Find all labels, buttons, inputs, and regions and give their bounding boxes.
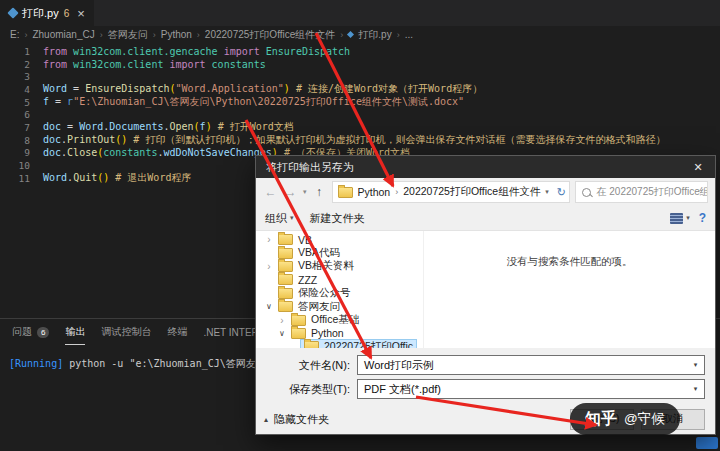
address-segment[interactable]: Python	[358, 186, 391, 198]
up-icon[interactable]: ↑	[312, 185, 327, 199]
tree-item-label: Python	[311, 327, 344, 339]
tree-item[interactable]: ∨Python	[256, 327, 423, 340]
tree-item[interactable]: VBA代码	[256, 246, 423, 259]
tree-item-label: 20220725打印Offic	[324, 340, 413, 348]
search-box[interactable]: 在 20220725打印Office组...	[575, 181, 708, 203]
view-mode-button[interactable]: ▾	[670, 213, 690, 224]
panel-tab-label: 终端	[167, 325, 187, 339]
breadcrumb-item[interactable]: 答网友问	[108, 28, 148, 42]
address-separator-icon: ›	[395, 187, 398, 197]
code-line[interactable]: 5f = r"E:\Zhuomian_CJ\答网友问\Python\202207…	[0, 96, 720, 109]
folder-icon	[304, 341, 319, 348]
code-line[interactable]: 3	[0, 70, 720, 83]
back-icon[interactable]: ←	[263, 185, 278, 199]
organize-menu[interactable]: 组织 ▾	[265, 211, 294, 226]
filename-input[interactable]: Word打印示例 ▾	[357, 355, 705, 375]
empty-message: 没有与搜索条件匹配的项。	[507, 255, 633, 269]
panel-tab-debug-console[interactable]: 调试控制台	[101, 319, 151, 345]
tab-close-icon[interactable]: ×	[77, 6, 85, 21]
running-prefix: [Running]	[9, 358, 63, 369]
code-line[interactable]: 6	[0, 108, 720, 121]
address-bar[interactable]: Python›20220725打印Office组件文件 ▾ ↻	[332, 181, 570, 203]
line-number[interactable]: 5	[0, 97, 43, 108]
breadcrumb-item[interactable]: 20220725打印Office组件文件	[205, 28, 335, 42]
line-number[interactable]: 11	[0, 173, 43, 184]
line-number[interactable]: 10	[0, 160, 43, 171]
tree-item[interactable]: 20220725打印Offic	[256, 340, 423, 348]
dialog-toolbar: 组织 ▾ 新建文件夹 ▾ ?	[256, 206, 715, 231]
help-icon[interactable]: ?	[699, 211, 706, 225]
address-segment[interactable]: 20220725打印Office组件文件	[403, 185, 540, 199]
breadcrumb-item[interactable]: Python	[161, 29, 192, 40]
recent-locations-icon[interactable]: ▾	[303, 188, 307, 196]
toolbar-right-group: ▾ ?	[670, 211, 706, 225]
statusbar-fragment[interactable]	[696, 437, 718, 449]
panel-tab-terminal[interactable]: 终端	[167, 319, 187, 345]
tree-item[interactable]: ∨答网友问	[256, 300, 423, 313]
code-line[interactable]: 2from win32com.client import constants	[0, 58, 720, 71]
breadcrumb-item[interactable]: ...	[405, 29, 413, 40]
expander-icon[interactable]: ∨	[264, 302, 274, 311]
chevron-up-icon: ▴	[264, 415, 268, 424]
line-number[interactable]: 1	[0, 46, 43, 57]
tree-item[interactable]: ›VB相关资料	[256, 260, 423, 273]
search-icon	[582, 188, 591, 197]
line-number[interactable]: 9	[0, 147, 43, 158]
line-number[interactable]: 6	[0, 109, 43, 120]
code-text: from win32com.client.gencache import Ens…	[43, 46, 350, 57]
breadcrumb[interactable]: E:›Zhuomian_CJ›答网友问›Python›20220725打印Off…	[0, 26, 720, 43]
watermark: 知乎 @守候	[570, 403, 680, 435]
folder-icon	[291, 315, 306, 326]
code-line[interactable]: 7doc = Word.Documents.Open(f) # 打开Word文档	[0, 121, 720, 134]
expander-icon[interactable]: ›	[264, 234, 274, 245]
expander-icon[interactable]: ∨	[277, 329, 287, 338]
breadcrumb-item[interactable]: E:	[10, 29, 19, 40]
line-number[interactable]: 3	[0, 71, 43, 82]
search-placeholder: 在 20220725打印Office组...	[597, 185, 708, 199]
refresh-icon[interactable]: ↻	[554, 186, 569, 199]
folder-tree: ›VBVBA代码›VB相关资料ZZZ保险公众号∨答网友问›Office基础∨Py…	[256, 231, 424, 348]
tree-item[interactable]: ›VB	[256, 233, 423, 246]
chevron-down-icon[interactable]: ▾	[687, 380, 704, 398]
code-line[interactable]: 1from win32com.client.gencache import En…	[0, 45, 720, 58]
breadcrumb-item[interactable]: Zhuomian_CJ	[32, 29, 94, 40]
folder-icon	[278, 274, 293, 285]
code-line[interactable]: 8doc.PrintOut() # 打印（到默认打印机）；如果默认打印机为虚拟打…	[0, 134, 720, 147]
line-number[interactable]: 8	[0, 135, 43, 146]
folder-icon	[278, 288, 293, 299]
line-number[interactable]: 7	[0, 122, 43, 133]
folder-icon	[278, 301, 293, 312]
screen: 打印.py 6 × E:›Zhuomian_CJ›答网友问›Python›202…	[0, 0, 720, 451]
savetype-select[interactable]: PDF 文档(*.pdf) ▾	[357, 379, 705, 399]
panel-tab-label: 输出	[65, 325, 85, 339]
tree-item-label: VB	[298, 234, 312, 246]
new-folder-button[interactable]: 新建文件夹	[310, 211, 365, 226]
chevron-down-icon[interactable]: ▾	[687, 356, 704, 374]
line-number[interactable]: 4	[0, 84, 43, 95]
dialog-close-icon[interactable]: ✕	[681, 156, 715, 178]
forward-icon[interactable]: →	[283, 185, 298, 199]
line-number[interactable]: 2	[0, 59, 43, 70]
dialog-main-area: ›VBVBA代码›VB相关资料ZZZ保险公众号∨答网友问›Office基础∨Py…	[256, 231, 715, 348]
panel-tab-problems[interactable]: 问题6	[12, 319, 49, 345]
tree-item[interactable]: ZZZ	[256, 273, 423, 286]
savetype-row: 保存类型(T): PDF 文档(*.pdf) ▾	[260, 377, 705, 401]
tree-item[interactable]: 保险公众号	[256, 287, 423, 300]
tree-item[interactable]: ›Office基础	[256, 313, 423, 326]
breadcrumb-separator-icon: ›	[153, 30, 156, 40]
tree-item-label: VB相关资料	[298, 259, 354, 273]
watermark-username: @守候	[624, 410, 665, 428]
hide-folders-button[interactable]: ▴ 隐藏文件夹	[264, 412, 329, 427]
address-dropdown-icon[interactable]: ▾	[545, 188, 549, 196]
expander-icon[interactable]: ›	[277, 315, 287, 326]
file-list-pane: 没有与搜索条件匹配的项。	[424, 231, 715, 348]
expander-icon[interactable]: ›	[264, 261, 274, 272]
tab-print-py[interactable]: 打印.py 6 ×	[0, 0, 94, 26]
dialog-title-bar[interactable]: 将打印输出另存为 ✕	[256, 156, 715, 178]
code-line[interactable]: 4Word = EnsureDispatch("Word.Application…	[0, 83, 720, 96]
panel-tab-output[interactable]: 输出	[65, 319, 85, 345]
zhihu-logo: 知乎	[585, 409, 617, 430]
folder-icon	[338, 187, 353, 198]
folder-icon	[291, 328, 306, 339]
breadcrumb-item[interactable]: 打印.py	[358, 28, 391, 42]
